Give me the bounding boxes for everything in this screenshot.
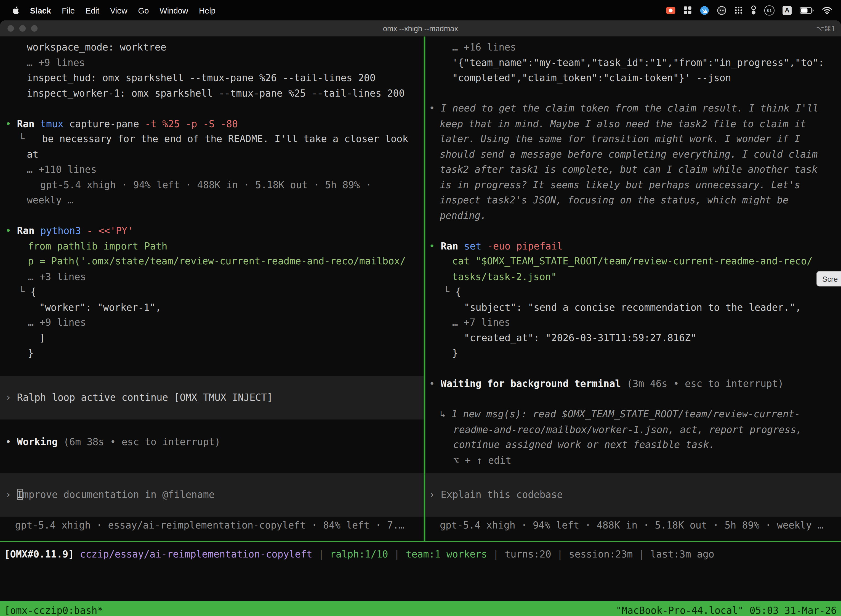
terminal-text: "created_at": "2026-03-31T11:59:27.816Z" bbox=[464, 332, 696, 343]
menu-file[interactable]: File bbox=[57, 6, 80, 15]
terminal-line: "subject": "send a concise recommendatio… bbox=[425, 300, 841, 315]
menu-window[interactable]: Window bbox=[154, 6, 194, 15]
tmux-host-time: "MacBook-Pro-44.local" 05:03 31-Mar-26 bbox=[616, 604, 837, 616]
terminal-text: … +7 lines bbox=[452, 317, 510, 328]
terminal-line: └ { bbox=[425, 284, 841, 299]
terminal-text: … +9 lines bbox=[27, 57, 85, 68]
menu-edit[interactable]: Edit bbox=[80, 6, 105, 15]
terminal-text: └ bbox=[19, 133, 42, 144]
terminal-text: › bbox=[429, 489, 441, 500]
screen: Slack File Edit View Go Window Help bbox=[0, 0, 841, 616]
terminal-text: '{"team_name":"my-team","task_id":"1","f… bbox=[452, 57, 824, 68]
terminal-text: set bbox=[464, 240, 487, 251]
wifi-icon[interactable] bbox=[822, 5, 832, 15]
ghost-icon[interactable] bbox=[717, 5, 726, 15]
omx-status-line: [OMX#0.11.9] cczip/essay/ai-reimplementa… bbox=[0, 542, 841, 601]
terminal-line: workspace_mode: worktree bbox=[0, 40, 424, 55]
terminal-line: inspect_hud: omx sparkshell --tmux-pane … bbox=[0, 70, 424, 85]
terminal-line: '{"team_name":"my-team","task_id":"1","f… bbox=[425, 55, 841, 70]
terminal-text: pending. bbox=[440, 210, 486, 221]
separator: | bbox=[639, 549, 645, 560]
terminal-text: I need to get the claim token from the c… bbox=[441, 103, 818, 114]
separator: | bbox=[557, 549, 563, 560]
terminal-line: task2 after task1 is complete, but can I… bbox=[425, 162, 841, 177]
terminal-text: › bbox=[5, 392, 17, 403]
close-button[interactable] bbox=[7, 25, 14, 31]
terminal-line bbox=[425, 85, 841, 101]
inject-status-band: › Ralph loop active continue [OMX_TMUX_I… bbox=[0, 376, 424, 419]
terminal-line: … +16 lines bbox=[425, 40, 841, 55]
terminal-line: "created_at": "2026-03-31T11:59:27.816Z" bbox=[425, 330, 841, 345]
terminal-text: • bbox=[5, 436, 17, 447]
omx-turns: turns:20 bbox=[505, 549, 551, 560]
terminal-line: p = Path('.omx/state/team/review-current… bbox=[0, 254, 424, 269]
terminal-line: … +9 lines bbox=[0, 55, 424, 70]
battery-icon[interactable] bbox=[800, 5, 814, 15]
terminal-text: • bbox=[429, 378, 441, 389]
terminal-line: └ be necessary for the end of the README… bbox=[0, 131, 424, 147]
terminal-text: inspect task2's JSON, focusing on the st… bbox=[440, 194, 788, 205]
terminal-line: ↳ 1 new msg(s): read $OMX_TEAM_STATE_ROO… bbox=[425, 406, 841, 422]
terminal-line: keep that in mind. Maybe I also need the… bbox=[425, 116, 841, 131]
terminal-line: gpt-5.4 xhigh · 94% left · 488K in · 5.1… bbox=[0, 177, 424, 192]
terminal-line bbox=[425, 223, 841, 238]
dock-icon[interactable] bbox=[751, 5, 756, 15]
terminal-text: keep that in mind. Maybe I also need the… bbox=[440, 118, 806, 129]
terminal-line: inspect task2's JSON, focusing on the st… bbox=[425, 193, 841, 208]
terminal-text: "subject": "send a concise recommendatio… bbox=[464, 301, 801, 312]
terminal-text: gpt-5.4 xhigh · essay/ai-reimplementatio… bbox=[15, 519, 404, 531]
terminal-text: } bbox=[452, 347, 458, 358]
terminal-line: "worker": "worker-1", bbox=[0, 300, 424, 315]
prompt-input-band[interactable]: › Improve documentation in @filename bbox=[0, 473, 424, 516]
terminal-text: Ran bbox=[17, 224, 40, 236]
terminal-text: (3m 46s • esc to interrupt) bbox=[621, 378, 784, 389]
terminal-line: continue assigned work or next feasible … bbox=[425, 437, 841, 452]
battery-gauge-badge[interactable]: 61 bbox=[764, 5, 775, 15]
terminal-text: Ralph loop active continue [OMX_TMUX_INJ… bbox=[17, 392, 273, 403]
omx-ralph: ralph:1/10 bbox=[330, 549, 388, 560]
tmux-pane-right[interactable]: … +16 lines'{"team_name":"my-team","task… bbox=[425, 37, 841, 541]
apple-menu[interactable] bbox=[6, 6, 25, 15]
input-source-icon[interactable]: A bbox=[782, 6, 792, 15]
menu-go[interactable]: Go bbox=[133, 6, 154, 15]
terminal-line: "completed","claim_token":"claim-token"}… bbox=[425, 70, 841, 85]
zoom-button[interactable] bbox=[31, 25, 38, 31]
terminal-line: … +3 lines bbox=[0, 269, 424, 284]
terminal-line: cat "$OMX_TEAM_STATE_ROOT/team/review-cu… bbox=[425, 254, 841, 269]
terminal-text: continue assigned work or next feasible … bbox=[453, 439, 715, 450]
terminal-text: › bbox=[5, 489, 17, 500]
terminal-text: -t %25 -p -S -80 bbox=[145, 118, 238, 129]
menu-app-name[interactable]: Slack bbox=[25, 6, 56, 15]
omx-last: last:3m ago bbox=[651, 549, 714, 560]
window-grid-icon[interactable] bbox=[683, 5, 692, 15]
swift-icon[interactable] bbox=[700, 5, 709, 15]
terminal-text: weekly … bbox=[27, 194, 73, 205]
terminal-text: • bbox=[5, 224, 17, 236]
terminal-text: -euo pipefail bbox=[487, 240, 563, 251]
terminal-line: › Improve documentation in @filename bbox=[0, 487, 424, 502]
terminal-line: } bbox=[425, 346, 841, 361]
terminal-text: ↳ bbox=[440, 408, 451, 419]
terminal-text: ] bbox=[39, 332, 45, 343]
tmux-pane-left[interactable]: workspace_mode: worktree… +9 linesinspec… bbox=[0, 37, 424, 541]
terminal-text: "worker": "worker-1", bbox=[39, 301, 161, 312]
terminal-line: tasks/task-2.json" bbox=[425, 269, 841, 284]
terminal-text: … +3 lines bbox=[28, 271, 86, 282]
minimize-button[interactable] bbox=[19, 25, 26, 31]
terminal-line: … +9 lines bbox=[0, 315, 424, 330]
terminal-area: workspace_mode: worktree… +9 linesinspec… bbox=[0, 37, 841, 541]
terminal-text: workspace_mode: worktree bbox=[27, 41, 166, 53]
terminal-line: gpt-5.4 xhigh · essay/ai-reimplementatio… bbox=[0, 518, 424, 532]
terminal-line: └ { bbox=[0, 284, 424, 299]
screen-recording-icon[interactable] bbox=[666, 5, 675, 15]
terminal-text: tmux bbox=[40, 118, 69, 129]
omx-session: session:23m bbox=[569, 549, 633, 560]
terminal-line: • Ran tmux capture-pane -t %25 -p -S -80 bbox=[0, 116, 424, 131]
menu-help[interactable]: Help bbox=[193, 6, 221, 15]
separator: | bbox=[318, 549, 324, 560]
prompt-suggestion-band[interactable]: › Explain this codebase bbox=[425, 473, 841, 516]
separator: | bbox=[493, 549, 499, 560]
menu-view[interactable]: View bbox=[105, 6, 133, 15]
app-grid-icon[interactable] bbox=[734, 5, 743, 15]
terminal-line bbox=[425, 361, 841, 376]
